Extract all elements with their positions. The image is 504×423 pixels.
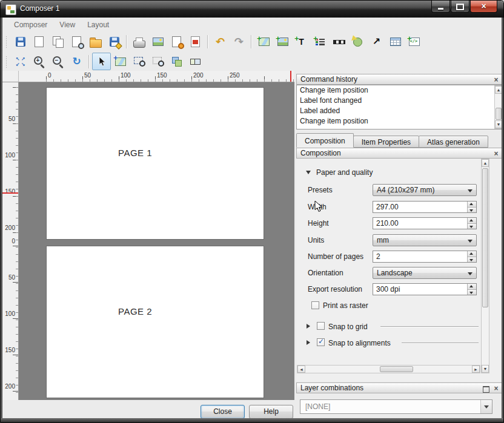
new-composer-button[interactable] [30,33,48,51]
add-label-button[interactable] [292,33,311,51]
refresh-button[interactable] [67,53,86,70]
composer-page-1[interactable]: PAGE 1 [46,87,264,240]
units-combo[interactable]: mm [373,234,477,246]
composition-canvas[interactable]: PAGE 1 PAGE 2 [19,82,294,400]
zoom-region-button[interactable] [130,53,148,70]
scroll-down-icon[interactable] [482,365,489,373]
ruler-tick [13,355,18,355]
print-as-raster-checkbox[interactable] [311,301,319,309]
add-html-button[interactable] [405,33,423,51]
toolbar-grip[interactable] [5,56,7,68]
spin-down-icon[interactable] [468,208,476,213]
presets-combo[interactable]: A4 (210x297 mm) [373,184,477,196]
spin-down-icon[interactable] [468,224,476,229]
float-panel-icon[interactable] [483,386,489,393]
close-panel-icon[interactable] [492,150,500,157]
add-legend-icon [316,38,325,46]
minimize-button[interactable] [431,1,450,13]
help-button[interactable]: Help [249,405,293,419]
export-resolution-value[interactable]: 300 dpi [376,285,400,293]
zoom-full-button[interactable] [11,53,30,70]
raise-items-button[interactable] [167,53,186,70]
add-map-button[interactable] [254,33,273,51]
close-button[interactable] [470,1,497,13]
width-spinbox[interactable]: 297.00 [373,201,477,213]
refresh-icon [72,56,81,67]
menu-composer[interactable]: Composer [8,19,53,30]
maximize-button[interactable] [451,1,469,13]
command-history-list: Change item position Label font changed … [296,85,503,130]
height-spinbox[interactable]: 210.00 [373,217,477,229]
spin-down-icon[interactable] [468,257,476,263]
add-scalebar-button[interactable] [330,33,348,51]
layer-combinations-combo[interactable]: [NONE] [300,399,492,414]
move-item-content-button[interactable] [111,53,130,70]
redo-button[interactable] [230,33,248,51]
menu-layout[interactable]: Layout [82,19,114,30]
export-resolution-spinbox[interactable]: 300 dpi [373,283,477,295]
scrollbar-thumb[interactable] [496,108,502,120]
spin-up-icon[interactable] [468,251,476,257]
export-pdf-button[interactable] [186,33,205,51]
scroll-up-icon[interactable] [482,159,489,167]
load-template-button[interactable] [86,33,105,51]
export-image-button[interactable] [148,33,167,51]
scrollbar-thumb[interactable] [380,366,413,372]
titlebar[interactable]: Composer 1 [1,1,503,18]
snap-to-alignments-checkbox[interactable] [317,338,325,346]
spin-up-icon[interactable] [468,202,476,208]
num-pages-value[interactable]: 2 [376,252,380,261]
menu-view[interactable]: View [54,19,81,30]
page-label-item[interactable]: PAGE 1 [118,148,152,158]
spin-up-icon[interactable] [468,284,476,290]
zoom-out-button[interactable] [48,53,67,70]
add-shape-button[interactable] [348,33,367,51]
height-value[interactable]: 210.00 [376,219,399,228]
ruler-label: 50 [8,274,15,281]
snap-to-grid-checkbox[interactable] [317,322,325,330]
export-svg-button[interactable] [167,33,186,51]
width-value[interactable]: 297.00 [376,203,399,211]
print-button[interactable] [130,33,148,51]
zoom-region-icon [134,57,143,64]
close-panel-icon[interactable] [492,385,500,392]
collapse-triangle-icon[interactable] [307,340,310,345]
scrollbar-thumb[interactable] [482,168,488,307]
close-panel-icon[interactable] [492,76,500,84]
add-table-button[interactable] [386,33,405,51]
history-item[interactable]: Change item position [297,85,503,96]
scroll-left-icon[interactable] [297,366,305,373]
select-move-item-button[interactable] [92,53,111,70]
close-dialog-button[interactable]: Close [201,405,245,419]
collapse-triangle-icon[interactable] [306,171,311,174]
scroll-right-icon[interactable] [472,366,480,373]
spin-down-icon[interactable] [468,290,476,295]
zoom-last-button[interactable] [148,53,167,70]
history-item[interactable]: Label font changed [297,96,503,106]
undo-button[interactable] [211,33,230,51]
toolbar-grip[interactable] [5,36,7,48]
duplicate-composer-button[interactable] [48,33,67,51]
history-item[interactable]: Label added [297,106,503,116]
composition-hscrollbar[interactable] [297,365,480,373]
composer-page-2[interactable]: PAGE 2 [46,246,264,398]
composer-manager-button[interactable] [67,33,86,51]
num-pages-spinbox[interactable]: 2 [373,251,477,263]
tab-atlas-generation[interactable]: Atlas generation [419,136,488,148]
history-item[interactable]: Change item position [297,116,503,126]
add-image-button[interactable] [273,33,292,51]
orientation-combo[interactable]: Landscape [373,267,477,279]
save-template-button[interactable] [105,33,124,51]
tab-composition[interactable]: Composition [296,133,354,148]
collapse-triangle-icon[interactable] [307,324,310,329]
add-legend-button[interactable] [311,33,330,51]
add-arrow-button[interactable] [367,33,386,51]
ruler-tick [13,123,18,124]
group-items-button[interactable] [186,53,205,70]
zoom-in-button[interactable] [30,53,48,70]
spin-up-icon[interactable] [468,218,476,224]
page-label-item[interactable]: PAGE 2 [118,306,152,316]
composition-vscrollbar[interactable] [481,159,489,373]
save-project-button[interactable] [11,33,30,51]
tab-item-properties[interactable]: Item Properties [353,136,419,148]
